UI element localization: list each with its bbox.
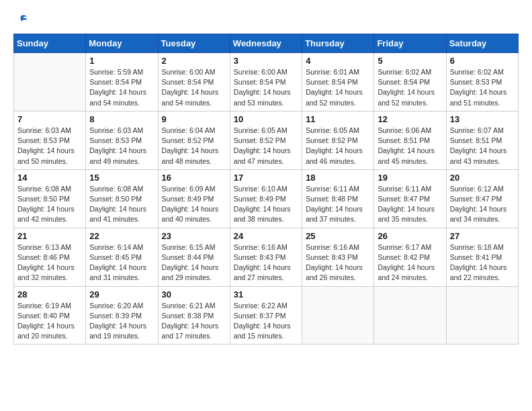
calendar-week-row: 1Sunrise: 5:59 AMSunset: 8:54 PMDaylight…: [14, 53, 519, 111]
cell-info: Sunrise: 6:03 AMSunset: 8:53 PMDaylight:…: [17, 126, 82, 167]
calendar-cell: 22Sunrise: 6:14 AMSunset: 8:45 PMDayligh…: [86, 228, 158, 286]
cell-info: Sunrise: 6:05 AMSunset: 8:52 PMDaylight:…: [306, 126, 370, 167]
calendar-cell: 12Sunrise: 6:06 AMSunset: 8:51 PMDayligh…: [374, 111, 446, 169]
weekday-header-wednesday: Wednesday: [230, 34, 302, 53]
calendar-table: SundayMondayTuesdayWednesdayThursdayFrid…: [13, 34, 519, 345]
weekday-header-sunday: Sunday: [14, 34, 86, 53]
cell-info: Sunrise: 6:12 AMSunset: 8:47 PMDaylight:…: [450, 184, 515, 225]
day-number: 26: [378, 231, 442, 241]
day-number: 2: [162, 56, 226, 66]
cell-info: Sunrise: 6:04 AMSunset: 8:52 PMDaylight:…: [162, 126, 226, 167]
calendar-cell: 29Sunrise: 6:20 AMSunset: 8:39 PMDayligh…: [86, 286, 158, 345]
cell-info: Sunrise: 6:08 AMSunset: 8:50 PMDaylight:…: [17, 184, 82, 225]
weekday-header-monday: Monday: [86, 34, 158, 53]
calendar-cell: 7Sunrise: 6:03 AMSunset: 8:53 PMDaylight…: [14, 111, 86, 169]
calendar-cell: [374, 286, 446, 345]
day-number: 25: [306, 231, 370, 241]
cell-info: Sunrise: 6:17 AMSunset: 8:42 PMDaylight:…: [378, 242, 442, 283]
day-number: 30: [162, 289, 226, 300]
day-number: 24: [234, 231, 298, 241]
day-number: 16: [162, 173, 226, 183]
day-number: 10: [234, 114, 298, 124]
calendar-cell: 26Sunrise: 6:17 AMSunset: 8:42 PMDayligh…: [374, 228, 446, 286]
calendar-cell: 30Sunrise: 6:21 AMSunset: 8:38 PMDayligh…: [158, 286, 230, 345]
cell-info: Sunrise: 5:59 AMSunset: 8:54 PMDaylight:…: [89, 67, 154, 108]
day-number: 9: [162, 114, 226, 124]
cell-info: Sunrise: 6:06 AMSunset: 8:51 PMDaylight:…: [378, 126, 442, 167]
cell-info: Sunrise: 6:07 AMSunset: 8:51 PMDaylight:…: [450, 126, 515, 167]
calendar-cell: 17Sunrise: 6:10 AMSunset: 8:49 PMDayligh…: [230, 169, 302, 228]
day-number: 18: [306, 173, 370, 183]
weekday-header-friday: Friday: [374, 34, 446, 53]
day-number: 11: [306, 114, 370, 124]
logo: [13, 13, 28, 27]
calendar-cell: [14, 53, 86, 111]
calendar-cell: 8Sunrise: 6:03 AMSunset: 8:53 PMDaylight…: [86, 111, 158, 169]
cell-info: Sunrise: 6:03 AMSunset: 8:53 PMDaylight:…: [89, 126, 154, 167]
calendar-cell: 24Sunrise: 6:16 AMSunset: 8:43 PMDayligh…: [230, 228, 302, 286]
cell-info: Sunrise: 6:11 AMSunset: 8:48 PMDaylight:…: [306, 184, 370, 225]
day-number: 19: [378, 173, 442, 183]
day-number: 4: [306, 56, 370, 66]
calendar-cell: 28Sunrise: 6:19 AMSunset: 8:40 PMDayligh…: [14, 286, 86, 345]
calendar-cell: 16Sunrise: 6:09 AMSunset: 8:49 PMDayligh…: [158, 169, 230, 228]
calendar-cell: [302, 286, 374, 345]
calendar-cell: 6Sunrise: 6:02 AMSunset: 8:53 PMDaylight…: [446, 53, 518, 111]
cell-info: Sunrise: 6:21 AMSunset: 8:38 PMDaylight:…: [162, 301, 226, 342]
day-number: 27: [450, 231, 515, 241]
day-number: 28: [17, 289, 82, 300]
page-header: [13, 13, 519, 27]
logo-bird-icon: [15, 13, 28, 27]
calendar-cell: 21Sunrise: 6:13 AMSunset: 8:46 PMDayligh…: [14, 228, 86, 286]
weekday-header-tuesday: Tuesday: [158, 34, 230, 53]
day-number: 17: [234, 173, 298, 183]
calendar-week-row: 28Sunrise: 6:19 AMSunset: 8:40 PMDayligh…: [14, 286, 519, 345]
cell-info: Sunrise: 6:16 AMSunset: 8:43 PMDaylight:…: [306, 242, 370, 283]
calendar-cell: 10Sunrise: 6:05 AMSunset: 8:52 PMDayligh…: [230, 111, 302, 169]
calendar-cell: 2Sunrise: 6:00 AMSunset: 8:54 PMDaylight…: [158, 53, 230, 111]
calendar-cell: 19Sunrise: 6:11 AMSunset: 8:47 PMDayligh…: [374, 169, 446, 228]
day-number: 8: [89, 114, 154, 124]
cell-info: Sunrise: 6:13 AMSunset: 8:46 PMDaylight:…: [17, 242, 82, 283]
calendar-cell: 20Sunrise: 6:12 AMSunset: 8:47 PMDayligh…: [446, 169, 518, 228]
cell-info: Sunrise: 6:02 AMSunset: 8:53 PMDaylight:…: [450, 67, 515, 108]
weekday-header-saturday: Saturday: [446, 34, 518, 53]
calendar-cell: 15Sunrise: 6:08 AMSunset: 8:50 PMDayligh…: [86, 169, 158, 228]
cell-info: Sunrise: 6:08 AMSunset: 8:50 PMDaylight:…: [89, 184, 154, 225]
calendar-cell: 14Sunrise: 6:08 AMSunset: 8:50 PMDayligh…: [14, 169, 86, 228]
cell-info: Sunrise: 6:20 AMSunset: 8:39 PMDaylight:…: [89, 301, 154, 342]
calendar-cell: 23Sunrise: 6:15 AMSunset: 8:44 PMDayligh…: [158, 228, 230, 286]
cell-info: Sunrise: 6:15 AMSunset: 8:44 PMDaylight:…: [162, 242, 226, 283]
calendar-cell: 9Sunrise: 6:04 AMSunset: 8:52 PMDaylight…: [158, 111, 230, 169]
day-number: 29: [89, 289, 154, 300]
calendar-cell: [446, 286, 518, 345]
calendar-cell: 4Sunrise: 6:01 AMSunset: 8:54 PMDaylight…: [302, 53, 374, 111]
calendar-cell: 31Sunrise: 6:22 AMSunset: 8:37 PMDayligh…: [230, 286, 302, 345]
cell-info: Sunrise: 6:05 AMSunset: 8:52 PMDaylight:…: [234, 126, 298, 167]
cell-info: Sunrise: 6:18 AMSunset: 8:41 PMDaylight:…: [450, 242, 515, 283]
cell-info: Sunrise: 6:09 AMSunset: 8:49 PMDaylight:…: [162, 184, 226, 225]
calendar-cell: 13Sunrise: 6:07 AMSunset: 8:51 PMDayligh…: [446, 111, 518, 169]
day-number: 6: [450, 56, 515, 66]
calendar-week-row: 14Sunrise: 6:08 AMSunset: 8:50 PMDayligh…: [14, 169, 519, 228]
calendar-cell: 3Sunrise: 6:00 AMSunset: 8:54 PMDaylight…: [230, 53, 302, 111]
cell-info: Sunrise: 6:19 AMSunset: 8:40 PMDaylight:…: [17, 301, 82, 342]
day-number: 23: [162, 231, 226, 241]
day-number: 21: [17, 231, 82, 241]
calendar-cell: 5Sunrise: 6:02 AMSunset: 8:54 PMDaylight…: [374, 53, 446, 111]
day-number: 20: [450, 173, 515, 183]
calendar-cell: 25Sunrise: 6:16 AMSunset: 8:43 PMDayligh…: [302, 228, 374, 286]
calendar-header-row: SundayMondayTuesdayWednesdayThursdayFrid…: [14, 34, 519, 53]
cell-info: Sunrise: 6:11 AMSunset: 8:47 PMDaylight:…: [378, 184, 442, 225]
weekday-header-thursday: Thursday: [302, 34, 374, 53]
cell-info: Sunrise: 6:00 AMSunset: 8:54 PMDaylight:…: [234, 67, 298, 108]
day-number: 12: [378, 114, 442, 124]
cell-info: Sunrise: 6:02 AMSunset: 8:54 PMDaylight:…: [378, 67, 442, 108]
cell-info: Sunrise: 6:14 AMSunset: 8:45 PMDaylight:…: [89, 242, 154, 283]
day-number: 3: [234, 56, 298, 66]
day-number: 22: [89, 231, 154, 241]
day-number: 31: [234, 289, 298, 300]
calendar-week-row: 21Sunrise: 6:13 AMSunset: 8:46 PMDayligh…: [14, 228, 519, 286]
calendar-week-row: 7Sunrise: 6:03 AMSunset: 8:53 PMDaylight…: [14, 111, 519, 169]
day-number: 1: [89, 56, 154, 66]
